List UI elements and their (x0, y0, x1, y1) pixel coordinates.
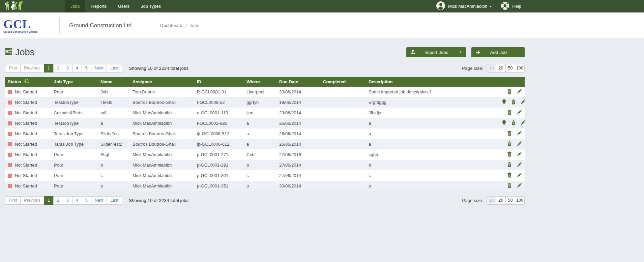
page-size-20-button[interactable]: 20 (496, 64, 506, 72)
cell-name: a (98, 118, 130, 128)
page-previous-button[interactable]: Previous (20, 196, 44, 205)
cell-status: Not Started (5, 170, 51, 181)
page-number-3[interactable]: 3 (63, 64, 72, 72)
edit-pencil-icon[interactable] (517, 172, 522, 179)
page-number-1[interactable]: 1 (44, 196, 54, 205)
cell-job-type: Pour (51, 181, 98, 191)
help-menu[interactable]: Help (501, 1, 521, 11)
page-first-button[interactable]: First (5, 196, 21, 205)
page-number-2[interactable]: 2 (53, 64, 63, 72)
cell-description: c (366, 170, 496, 181)
column-header-status[interactable]: Status (5, 77, 51, 87)
page-size-50-button[interactable]: 50 (505, 64, 515, 72)
map-pin-icon[interactable] (502, 120, 506, 126)
delete-trash-icon[interactable] (507, 89, 512, 95)
delete-trash-icon[interactable] (507, 141, 512, 147)
add-job-label: Add Job (480, 50, 520, 55)
cell-due-date: 19/06/2014 (276, 97, 320, 108)
cell-job-type: TestJobType (51, 118, 98, 128)
cell-description: Ergfdggg (366, 97, 496, 108)
status-label: Not Started (15, 100, 37, 105)
jobs-table-body: Not Started Pour 3xls Tom Dunne P-GCL000… (5, 87, 525, 191)
page-number-4[interactable]: 4 (72, 196, 82, 205)
top-navbar: JobsReportsUsersJob Types Mick MacAmhlao… (0, 0, 644, 12)
cell-id: tjt-GCL0006-512 (194, 128, 244, 139)
page-size-20-button[interactable]: 20 (496, 196, 506, 205)
page-next-button[interactable]: Next (91, 196, 107, 205)
page-last-button[interactable]: Last (107, 196, 122, 205)
breadcrumb-dashboard[interactable]: Dashboard (160, 23, 182, 28)
cell-name: m8 (98, 108, 130, 118)
cell-actions (496, 149, 525, 160)
edit-pencil-icon[interactable] (517, 183, 522, 189)
nav-item-reports[interactable]: Reports (85, 0, 112, 12)
cell-status: Not Started (5, 87, 51, 97)
workers-logo-icon (5, 1, 24, 12)
edit-pencil-icon[interactable] (521, 99, 525, 106)
user-menu[interactable]: Mick MacAmhlaoibh (436, 1, 492, 11)
page-number-5[interactable]: 5 (82, 64, 91, 72)
edit-pencil-icon[interactable] (517, 89, 522, 95)
cell-completed (320, 139, 366, 149)
page-number-5[interactable]: 5 (82, 196, 91, 205)
cell-job-type: Pour (51, 170, 98, 181)
cell-completed (320, 181, 366, 191)
app-logo[interactable] (3, 0, 25, 12)
delete-trash-icon[interactable] (511, 99, 516, 106)
page-number-4[interactable]: 4 (72, 64, 82, 72)
delete-trash-icon[interactable] (507, 151, 512, 158)
nav-item-users[interactable]: Users (112, 0, 135, 12)
column-header-completed: Completed (320, 77, 366, 87)
cell-name: Fhgf (98, 149, 130, 160)
add-job-button[interactable]: ✚ Add Job (471, 47, 525, 57)
page-previous-button[interactable]: Previous (20, 64, 44, 72)
page-size-10-button[interactable]: 10 (487, 64, 496, 72)
column-header-id: ID (194, 77, 244, 87)
cell-id: p-GCL0001-351 (194, 181, 244, 191)
map-pin-icon[interactable] (502, 99, 506, 106)
jobs-table: Status (5, 77, 525, 191)
cell-job-type: Pour (51, 87, 98, 97)
table-row: Not Started Taras Job Type SliderTest Bo… (5, 128, 525, 139)
company-logo[interactable]: GCL Ground Construction Limited (3, 18, 59, 33)
page-size-10-button[interactable]: 10 (487, 196, 496, 205)
edit-pencil-icon[interactable] (517, 162, 522, 168)
cell-actions (496, 118, 525, 128)
status-label: Not Started (15, 121, 37, 126)
cell-where: Liverpool (244, 87, 276, 97)
page-number-1[interactable]: 1 (44, 64, 54, 72)
page-next-button[interactable]: Next (91, 64, 107, 72)
delete-trash-icon[interactable] (507, 172, 512, 179)
edit-pencil-icon[interactable] (517, 141, 522, 147)
import-jobs-button[interactable]: Import Jobs (406, 47, 466, 57)
cell-description: a (366, 118, 496, 128)
delete-trash-icon[interactable] (511, 120, 516, 126)
page-size-100-button[interactable]: 100 (515, 64, 525, 72)
delete-trash-icon[interactable] (507, 162, 512, 168)
cell-completed (320, 108, 366, 118)
page-size-100-button[interactable]: 100 (515, 196, 525, 205)
page-number-2[interactable]: 2 (53, 196, 63, 205)
edit-pencil-icon[interactable] (517, 130, 522, 137)
cell-description: b (366, 160, 496, 170)
edit-pencil-icon[interactable] (517, 151, 522, 158)
page-first-button[interactable]: First (5, 64, 21, 72)
page-size-50-button[interactable]: 50 (505, 196, 515, 205)
page-last-button[interactable]: Last (107, 64, 122, 72)
jobs-page: JobsReportsUsersJob Types Mick MacAmhlao… (0, 0, 644, 262)
edit-pencil-icon[interactable] (517, 110, 522, 116)
cell-completed (320, 128, 366, 139)
cell-actions (496, 139, 525, 149)
nav-item-job-types[interactable]: Job Types (135, 0, 167, 12)
plus-icon: ✚ (476, 50, 480, 55)
delete-trash-icon[interactable] (507, 130, 512, 137)
cell-status: Not Started (5, 128, 51, 139)
breadcrumb-current: Jobs (189, 23, 199, 28)
company-logo-text: GCL (3, 18, 59, 30)
edit-pencil-icon[interactable] (521, 120, 525, 126)
cell-name: SliderTest (98, 128, 130, 139)
delete-trash-icon[interactable] (507, 183, 512, 189)
delete-trash-icon[interactable] (507, 110, 512, 116)
page-number-3[interactable]: 3 (63, 196, 72, 205)
nav-item-jobs[interactable]: Jobs (65, 0, 85, 12)
